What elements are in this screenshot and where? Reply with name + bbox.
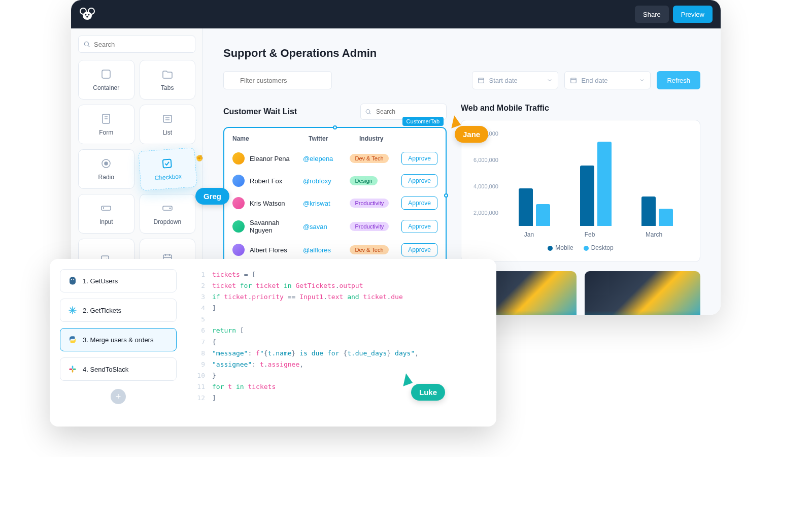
chevron-down-icon [639,77,645,83]
bar-desktop [659,209,673,226]
twitter-handle[interactable]: @savan [303,223,350,231]
table-row[interactable]: Kris Watson @kriswat Productivity Approv… [224,192,446,214]
svg-line-33 [369,113,370,114]
avatar [232,197,245,209]
component-checkbox-dragging[interactable]: Checkbox✊ [138,147,197,191]
bar-mobile [519,188,533,226]
filter-customers-input[interactable] [223,71,332,89]
legend-desktop: Desktop [591,244,614,251]
cursor-greg: Greg [195,188,229,205]
component-tabs[interactable]: Tabs [140,60,196,100]
python-icon [67,335,78,345]
start-date-picker[interactable]: Start date [472,71,558,89]
industry-badge: Dev & Tech [350,245,388,254]
svg-point-34 [71,279,72,280]
component-search-input[interactable] [78,36,195,53]
add-step-button[interactable]: + [111,389,126,404]
svg-rect-28 [479,78,484,83]
topbar: Share Preview [71,0,721,28]
share-button[interactable]: Share [635,6,669,23]
flow-step-getusers[interactable]: 1. GetUsers [60,269,177,292]
refresh-button[interactable]: Refresh [657,71,700,89]
preview-button[interactable]: Preview [673,6,713,23]
search-icon [83,41,90,48]
approve-button[interactable]: Approve [401,243,437,256]
svg-point-5 [86,16,88,18]
avatar [232,220,245,233]
approve-button[interactable]: Approve [401,174,437,187]
component-tag-label: CustomerTab [402,117,444,126]
table-row[interactable]: Albert Flores @alflores Dev & Tech Appro… [224,239,446,261]
component-form[interactable]: Form [78,105,134,144]
bar-desktop [597,142,612,226]
workflow-window: 1. GetUsers 2. GetTickets 3. Merge users… [50,259,496,427]
logo-koala-icon [79,6,95,22]
component-list[interactable]: List [140,105,196,144]
industry-badge: Dev & Tech [350,154,388,163]
flow-label: 4. SendToSlack [83,366,128,373]
approve-button[interactable]: Approve [401,152,437,165]
resize-handle[interactable] [333,125,337,129]
code-line: 6return [ [197,325,486,336]
svg-point-32 [366,110,370,114]
table-row[interactable]: Eleanor Pena @elepena Dev & Tech Approve [224,147,446,170]
avatar [232,152,245,165]
twitter-handle[interactable]: @kriswat [303,200,350,207]
postgres-icon [67,276,78,286]
svg-rect-43 [69,369,72,370]
property-image-2 [585,271,700,315]
svg-rect-12 [163,115,172,122]
approve-button[interactable]: Approve [401,196,437,210]
flow-step-merge[interactable]: 3. Merge users & orders [60,328,177,351]
table-row[interactable]: Savannah Nguyen @savan Productivity Appr… [224,214,446,239]
bar-group [519,188,550,226]
traffic-chart: 8,000,0006,000,0004,000,0002,000,000 Jan… [461,120,700,262]
calendar-icon [478,77,485,84]
industry-badge: Productivity [350,199,389,208]
svg-point-3 [85,14,87,16]
flow-label: 2. GetTickets [83,307,121,314]
flow-step-slack[interactable]: 4. SendToSlack [60,357,177,381]
resize-handle[interactable] [444,193,448,198]
svg-point-6 [84,42,88,46]
bar-mobile [580,166,594,226]
component-container[interactable]: Container [78,60,134,100]
code-line: 8 "message": f"{t.name} is due for {t.du… [197,348,486,359]
component-dropdown[interactable]: Dropdown [140,194,196,234]
component-input[interactable]: Input [78,194,134,234]
bar-desktop [536,204,550,226]
chevron-down-icon [547,77,553,83]
component-label: Checkbox [154,173,182,182]
component-radio[interactable]: Radio [78,149,134,189]
end-date-picker[interactable]: End date [564,71,651,89]
customer-name: Savannah Nguyen [250,219,303,234]
svg-rect-8 [102,70,110,78]
traffic-title: Web and Mobile Traffic [461,104,549,113]
twitter-handle[interactable]: @elepena [303,155,350,162]
snowflake-icon [67,305,78,315]
customer-name: Eleanor Pena [250,155,290,162]
calendar-icon [570,77,577,84]
svg-point-2 [83,12,92,20]
flow-label: 3. Merge users & orders [83,336,153,344]
flow-step-gettickets[interactable]: 2. GetTickets [60,299,177,322]
approve-button[interactable]: Approve [401,220,437,233]
code-line: 10 } [197,370,486,381]
svg-rect-42 [72,370,74,373]
cursor-luke: Luke [411,384,445,401]
avatar [232,175,245,187]
customer-name: Albert Flores [250,246,287,254]
industry-badge: Design [350,176,377,185]
svg-rect-40 [72,366,74,369]
x-tick: Jan [524,231,534,238]
x-tick: March [646,231,662,238]
workflow-steps: 1. GetUsers 2. GetTickets 3. Merge users… [60,269,177,416]
customer-table-selected[interactable]: CustomerTab Name Twitter Industry Eleano… [223,127,447,264]
component-label: Tabs [161,84,174,91]
svg-rect-30 [571,78,577,83]
twitter-handle[interactable]: @robfoxy [303,177,350,185]
table-row[interactable]: Robert Fox @robfoxy Design Approve [224,170,446,192]
twitter-handle[interactable]: @alflores [303,246,350,254]
component-label: Form [99,129,113,136]
bar-group [580,142,612,226]
